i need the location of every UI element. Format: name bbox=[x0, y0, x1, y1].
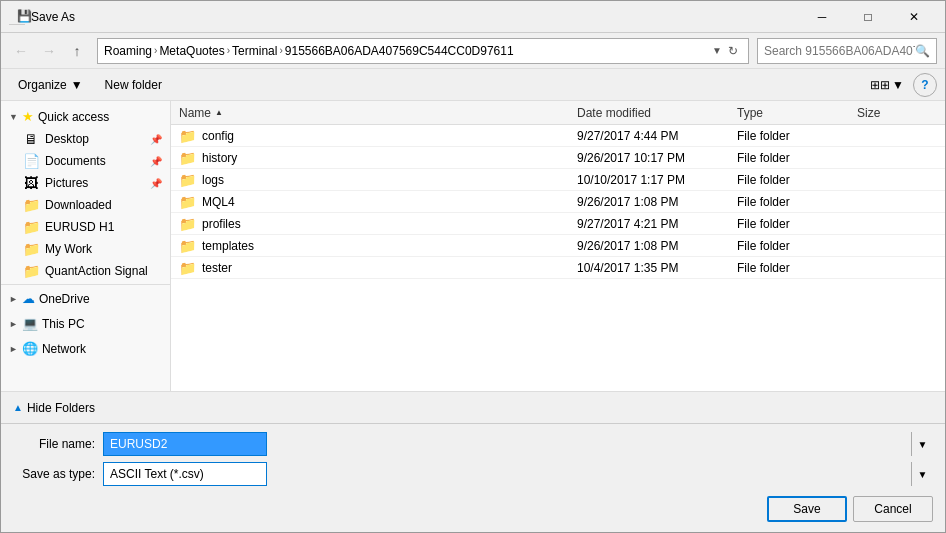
bc-terminal[interactable]: Terminal bbox=[232, 44, 277, 58]
file-date: 9/27/2017 4:21 PM bbox=[577, 217, 737, 231]
cancel-button[interactable]: Cancel bbox=[853, 496, 933, 522]
sidebar-item-my-work[interactable]: 📁 My Work bbox=[1, 238, 170, 260]
file-date: 9/26/2017 10:17 PM bbox=[577, 151, 737, 165]
sidebar-documents-label: Documents bbox=[45, 154, 144, 168]
sidebar-header-this-pc[interactable]: ► 💻 This PC bbox=[1, 312, 170, 335]
sidebar-header-network[interactable]: ► 🌐 Network bbox=[1, 337, 170, 360]
sidebar-section-this-pc: ► 💻 This PC bbox=[1, 312, 170, 335]
bc-arrow-2: › bbox=[227, 45, 230, 56]
sidebar-onedrive-label: OneDrive bbox=[39, 292, 90, 306]
downloaded-icon: 📁 bbox=[23, 197, 39, 213]
table-row[interactable]: 📁 MQL4 9/26/2017 1:08 PM File folder bbox=[171, 191, 945, 213]
minimize-button[interactable]: ─ bbox=[799, 1, 845, 33]
filename-label: File name: bbox=[13, 437, 103, 451]
search-box: 🔍 bbox=[757, 38, 937, 64]
file-date: 9/27/2017 4:44 PM bbox=[577, 129, 737, 143]
savetype-label: Save as type: bbox=[13, 467, 103, 481]
bc-current: 915566BA06ADA407569C544CC0D97611 bbox=[285, 44, 514, 58]
sidebar-header-onedrive[interactable]: ► ☁ OneDrive bbox=[1, 287, 170, 310]
close-button[interactable]: ✕ bbox=[891, 1, 937, 33]
savetype-dropdown-button[interactable]: ▼ bbox=[911, 462, 933, 486]
sidebar-section-onedrive: ► ☁ OneDrive bbox=[1, 287, 170, 310]
sidebar-item-desktop[interactable]: 🖥 Desktop 📌 bbox=[1, 128, 170, 150]
filename-dropdown-button[interactable]: ▼ bbox=[911, 432, 933, 456]
column-header-type[interactable]: Type bbox=[737, 106, 857, 120]
folder-icon: 📁 bbox=[179, 150, 196, 166]
file-name: logs bbox=[202, 173, 224, 187]
sidebar-header-quick-access[interactable]: ▼ ★ Quick access bbox=[1, 105, 170, 128]
column-header-size[interactable]: Size bbox=[857, 106, 937, 120]
sidebar-quantaction-label: QuantAction Signal bbox=[45, 264, 162, 278]
savetype-input-wrapper: ▼ bbox=[103, 462, 933, 486]
save-as-dialog: 💾 Save As ─ □ ✕ ← → ↑ Roaming › MetaQuot… bbox=[0, 0, 946, 533]
file-type: File folder bbox=[737, 173, 857, 187]
help-label: ? bbox=[921, 78, 928, 92]
file-date: 10/10/2017 1:17 PM bbox=[577, 173, 737, 187]
file-type: File folder bbox=[737, 195, 857, 209]
table-row[interactable]: 📁 config 9/27/2017 4:44 PM File folder bbox=[171, 125, 945, 147]
back-button[interactable]: ← bbox=[9, 39, 33, 63]
organize-dropdown-icon: ▼ bbox=[71, 78, 83, 92]
forward-button[interactable]: → bbox=[37, 39, 61, 63]
savetype-input bbox=[103, 462, 267, 486]
organize-label: Organize bbox=[18, 78, 67, 92]
file-type: File folder bbox=[737, 261, 857, 275]
table-row[interactable]: 📁 profiles 9/27/2017 4:21 PM File folder bbox=[171, 213, 945, 235]
sidebar-quick-access-label: Quick access bbox=[38, 110, 109, 124]
table-row[interactable]: 📁 logs 10/10/2017 1:17 PM File folder bbox=[171, 169, 945, 191]
sidebar-eurusd-label: EURUSD H1 bbox=[45, 220, 162, 234]
sidebar-desktop-label: Desktop bbox=[45, 132, 144, 146]
column-header-name[interactable]: Name ▲ bbox=[179, 106, 577, 120]
table-row[interactable]: 📁 tester 10/4/2017 1:35 PM File folder bbox=[171, 257, 945, 279]
sidebar-item-pictures[interactable]: 🖼 Pictures 📌 bbox=[1, 172, 170, 194]
bottom-bar[interactable]: ▲ Hide Folders bbox=[1, 391, 945, 423]
view-icon: ⊞⊞ bbox=[870, 78, 890, 92]
up-button[interactable]: ↑ bbox=[65, 39, 89, 63]
chevron-right-icon-pc: ► bbox=[9, 319, 18, 329]
col-date-label: Date modified bbox=[577, 106, 651, 120]
col-type-label: Type bbox=[737, 106, 763, 120]
new-folder-button[interactable]: New folder bbox=[96, 73, 171, 97]
sidebar-item-documents[interactable]: 📄 Documents 📌 bbox=[1, 150, 170, 172]
title-bar: 💾 Save As ─ □ ✕ bbox=[1, 1, 945, 33]
filename-input[interactable] bbox=[103, 432, 267, 456]
address-dropdown-button[interactable]: ▼ bbox=[710, 45, 724, 56]
folder-icon: 📁 bbox=[179, 128, 196, 144]
hide-folders-button[interactable]: ▲ Hide Folders bbox=[13, 401, 95, 415]
help-button[interactable]: ? bbox=[913, 73, 937, 97]
address-refresh-button[interactable]: ↻ bbox=[724, 44, 742, 58]
pictures-pin-icon: 📌 bbox=[150, 178, 162, 189]
title-icon: 💾 bbox=[9, 9, 25, 25]
sort-arrow-icon: ▲ bbox=[215, 108, 223, 117]
new-folder-label: New folder bbox=[105, 78, 162, 92]
my-work-icon: 📁 bbox=[23, 241, 39, 257]
bc-metaquotes[interactable]: MetaQuotes bbox=[159, 44, 224, 58]
sidebar-item-eurusd-h1[interactable]: 📁 EURUSD H1 bbox=[1, 216, 170, 238]
sidebar-divider-1 bbox=[1, 284, 170, 285]
search-input[interactable] bbox=[764, 44, 915, 58]
sidebar-item-downloaded[interactable]: 📁 Downloaded bbox=[1, 194, 170, 216]
view-button[interactable]: ⊞⊞ ▼ bbox=[865, 73, 909, 97]
file-name: profiles bbox=[202, 217, 241, 231]
onedrive-icon: ☁ bbox=[22, 291, 35, 306]
documents-icon: 📄 bbox=[23, 153, 39, 169]
breadcrumb: Roaming › MetaQuotes › Terminal › 915566… bbox=[104, 44, 710, 58]
save-button[interactable]: Save bbox=[767, 496, 847, 522]
sidebar-section-network: ► 🌐 Network bbox=[1, 337, 170, 360]
file-list-header: Name ▲ Date modified Type Size bbox=[171, 101, 945, 125]
bc-roaming[interactable]: Roaming bbox=[104, 44, 152, 58]
sidebar-network-label: Network bbox=[42, 342, 86, 356]
action-bar: Organize ▼ New folder ⊞⊞ ▼ ? bbox=[1, 69, 945, 101]
sidebar-item-quantaction[interactable]: 📁 QuantAction Signal bbox=[1, 260, 170, 282]
desktop-icon: 🖥 bbox=[23, 131, 39, 147]
table-row[interactable]: 📁 templates 9/26/2017 1:08 PM File folde… bbox=[171, 235, 945, 257]
file-date: 9/26/2017 1:08 PM bbox=[577, 239, 737, 253]
this-pc-icon: 💻 bbox=[22, 316, 38, 331]
organize-button[interactable]: Organize ▼ bbox=[9, 73, 92, 97]
button-row: Save Cancel bbox=[13, 492, 933, 524]
column-header-date[interactable]: Date modified bbox=[577, 106, 737, 120]
file-date: 10/4/2017 1:35 PM bbox=[577, 261, 737, 275]
table-row[interactable]: 📁 history 9/26/2017 10:17 PM File folder bbox=[171, 147, 945, 169]
chevron-right-icon-network: ► bbox=[9, 344, 18, 354]
maximize-button[interactable]: □ bbox=[845, 1, 891, 33]
